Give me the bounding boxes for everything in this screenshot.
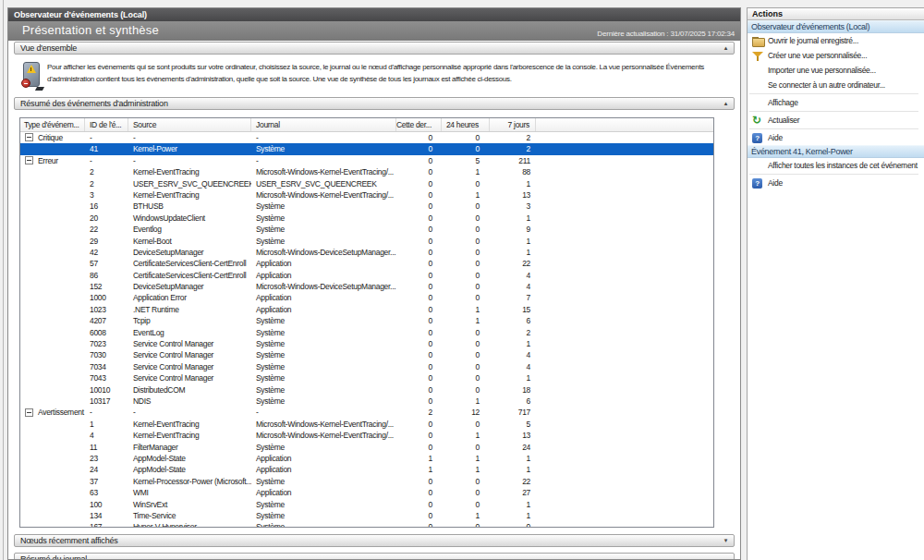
table-row[interactable]: 2Kernel-EventTracingMicrosoft-Windows-Ke…: [20, 166, 713, 177]
table-row[interactable]: 7034Service Control ManagerSystème004: [20, 361, 713, 372]
cell-24h: 0: [442, 236, 490, 247]
table-row[interactable]: 86CertificateServicesClient-CertEnrollAp…: [20, 270, 713, 281]
cell-7days: 1: [490, 510, 536, 521]
table-row[interactable]: 7023Service Control ManagerSystème001: [20, 338, 713, 349]
cell-id: -: [85, 407, 128, 418]
table-group-row[interactable]: Critique---002: [20, 132, 713, 143]
action-item-label: Aide: [768, 133, 783, 142]
cell-source: -: [128, 132, 251, 143]
log-summary-section-bar[interactable]: Résumé du journal: [14, 553, 735, 560]
action-item[interactable]: Aide: [748, 130, 924, 145]
table-row[interactable]: 22EventlogSystème009: [20, 224, 713, 235]
action-item[interactable]: Créer une vue personnalisée...: [748, 48, 924, 63]
cell-source: WMI: [128, 487, 251, 498]
table-row[interactable]: 1000Application ErrorApplication007: [20, 292, 713, 303]
cell-filler: [536, 476, 713, 487]
cell-last-hour: 0: [396, 236, 442, 247]
table-row[interactable]: 29Kernel-BootSystème001: [20, 236, 713, 247]
table-row[interactable]: 42DeviceSetupManagerMicrosoft-Windows-De…: [20, 247, 713, 258]
cell-journal: Microsoft-Windows-Kernel-EventTracing/..…: [251, 189, 396, 201]
table-row[interactable]: 16BTHUSBSystème003: [20, 201, 713, 212]
table-row[interactable]: 100WinSrvExtSystème001: [20, 499, 713, 510]
table-row[interactable]: 7030Service Control ManagerSystème004: [20, 349, 713, 360]
table-group-row[interactable]: Avertissement---212717: [20, 407, 713, 418]
action-item[interactable]: Actualiser: [748, 113, 924, 128]
table-row[interactable]: 10317NDISSystème016: [20, 396, 713, 407]
cell-source: WinSrvExt: [128, 499, 251, 510]
action-group-header[interactable]: Observateur d'événements (Local): [748, 20, 924, 33]
help-icon: [752, 133, 762, 143]
table-group-row[interactable]: Erreur---05211: [20, 155, 713, 166]
table-row[interactable]: 57CertificateServicesClient-CertEnrollAp…: [20, 258, 713, 269]
help-icon: [752, 178, 762, 189]
table-row[interactable]: 63WMIApplication0027: [20, 487, 713, 498]
cell-id: 42: [85, 247, 128, 258]
summary-section-bar[interactable]: Résumé des événements d'administration ▴: [14, 97, 735, 110]
cell-filler: [536, 419, 713, 430]
table-row[interactable]: 6008EventLogSystème002: [20, 327, 713, 338]
pane-divider[interactable]: [3, 0, 4, 560]
action-item[interactable]: Importer une vue personnalisée...: [748, 63, 924, 78]
table-row[interactable]: 1Kernel-EventTracingMicrosoft-Windows-Ke…: [20, 419, 713, 430]
cell-source: FilterManager: [128, 442, 251, 453]
table-row[interactable]: 37Kernel-Processor-Power (Microsoft...Sy…: [20, 476, 713, 487]
cell-24h: 1: [442, 304, 490, 315]
table-row[interactable]: 167Hyper-V-HypervisorSystème000: [20, 521, 713, 528]
cell-type: [20, 201, 85, 212]
table-row[interactable]: 24AppModel-StateApplication111: [20, 464, 713, 475]
recent-nodes-title: Nœuds récemment affichés: [20, 536, 118, 545]
cell-journal: Microsoft-Windows-Kernel-EventTracing/..…: [251, 166, 396, 177]
table-row[interactable]: 41Kernel-PowerSystème002: [20, 143, 713, 154]
table-row[interactable]: 23AppModel-StateApplication111: [20, 453, 713, 464]
cell-filler: [536, 224, 713, 235]
column-header-24h[interactable]: 24 heures: [442, 118, 490, 131]
cell-last-hour: 0: [396, 338, 442, 349]
column-header-type[interactable]: Type d'événem...: [20, 118, 85, 131]
cell-source: DeviceSetupManager: [128, 281, 251, 292]
table-row[interactable]: 7043Service Control ManagerSystème001: [20, 372, 713, 383]
table-row[interactable]: 2USER_ESRV_SVC_QUEENCREEKUSER_ESRV_SVC_Q…: [20, 178, 713, 189]
collapse-up-icon[interactable]: ▴: [724, 100, 727, 108]
cell-24h: 12: [442, 407, 490, 418]
column-header-id[interactable]: ID de l'é...: [85, 118, 128, 131]
table-row[interactable]: 1023.NET RuntimeApplication0115: [20, 304, 713, 315]
collapse-group-icon[interactable]: [25, 156, 33, 164]
overview-section-bar[interactable]: Vue d'ensemble ▴: [14, 42, 735, 55]
table-row[interactable]: 152DeviceSetupManagerMicrosoft-Windows-D…: [20, 281, 713, 292]
table-row[interactable]: 20WindowsUpdateClientSystème001: [20, 213, 713, 224]
table-row[interactable]: 4Kernel-EventTracingMicrosoft-Windows-Ke…: [20, 430, 713, 441]
action-item[interactable]: Aide: [748, 176, 924, 190]
action-item-label: Affichage: [768, 98, 798, 107]
table-row[interactable]: 3Kernel-EventTracingMicrosoft-Windows-Ke…: [20, 189, 713, 201]
cell-7days: 1: [490, 247, 536, 258]
table-row[interactable]: 134Time-ServiceSystème011: [20, 510, 713, 521]
action-item[interactable]: Se connecter à un autre ordinateur...: [748, 78, 924, 92]
cell-source: NDIS: [128, 396, 251, 407]
cell-journal: Application: [251, 292, 396, 303]
cell-filler: [536, 236, 713, 247]
action-item[interactable]: Ouvrir le journal enregistré...: [748, 33, 924, 48]
table-row[interactable]: 10010DistributedCOMSystème0018: [20, 384, 713, 396]
action-item[interactable]: Afficher toutes les instances de cet évé…: [748, 158, 924, 173]
table-row[interactable]: 11FilterManagerSystème0024: [20, 442, 713, 453]
column-header-journal[interactable]: Journal: [251, 118, 396, 131]
cell-filler: [536, 132, 713, 143]
collapse-group-icon[interactable]: [25, 408, 33, 417]
collapse-down-icon[interactable]: ▾: [724, 537, 727, 545]
collapse-group-icon[interactable]: [25, 133, 33, 141]
column-header-last-hour[interactable]: Cette der...: [396, 118, 442, 131]
column-header-7days[interactable]: 7 jours: [490, 118, 536, 131]
action-item[interactable]: Affichage: [748, 95, 924, 110]
cell-last-hour: 0: [396, 178, 442, 189]
action-group-header[interactable]: Événement 41, Kernel-Power: [748, 145, 924, 158]
cell-7days: 4: [490, 281, 536, 292]
cell-24h: 0: [442, 338, 490, 349]
table-row[interactable]: 4207TcpipSystème016: [20, 315, 713, 326]
cell-filler: [536, 166, 713, 177]
column-header-source[interactable]: Source: [128, 118, 251, 131]
cell-id: 1023: [85, 304, 128, 315]
cell-last-hour: 0: [396, 201, 442, 212]
recent-nodes-section-bar[interactable]: Nœuds récemment affichés ▾: [14, 534, 735, 547]
cell-filler: [536, 407, 713, 418]
collapse-up-icon[interactable]: ▴: [724, 44, 727, 53]
